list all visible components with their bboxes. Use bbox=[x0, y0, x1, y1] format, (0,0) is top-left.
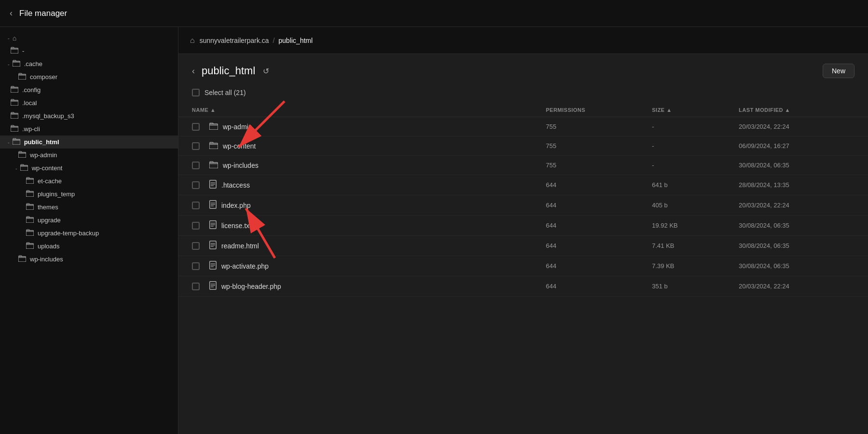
sidebar-item-home[interactable]: -⌂ bbox=[0, 32, 178, 44]
folder-icon-cache bbox=[13, 60, 20, 68]
sidebar-item-mysql[interactable]: .mysql_backup_s3 bbox=[0, 109, 178, 122]
table-header: NAME ▲PERMISSIONSSIZE ▲LAST MODIFIED ▲ bbox=[178, 103, 868, 117]
permissions-cell-1: 755 bbox=[546, 142, 652, 149]
file-name-cell-3: .htaccess bbox=[192, 180, 546, 190]
folder-icon-plugins_temp bbox=[26, 190, 34, 198]
table-row[interactable]: wp-blog-header.php644351 b20/03/2024, 22… bbox=[178, 276, 868, 297]
sidebar-item-upgrade[interactable]: upgrade bbox=[0, 214, 178, 227]
file-name-text-4: index.php bbox=[221, 202, 251, 209]
th-last_modified[interactable]: LAST MODIFIED ▲ bbox=[739, 107, 854, 113]
table-row[interactable]: index.php644405 b20/03/2024, 22:24 bbox=[178, 195, 868, 216]
file-name-cell-8: wp-blog-header.php bbox=[192, 281, 546, 291]
size-cell-4: 405 b bbox=[652, 202, 739, 209]
sidebar-item-home[interactable]: - bbox=[0, 44, 178, 57]
th-size[interactable]: SIZE ▲ bbox=[652, 107, 739, 113]
sidebar-item-cache[interactable]: -.cache bbox=[0, 57, 178, 70]
modified-cell-0: 20/03/2024, 22:24 bbox=[739, 123, 854, 130]
modified-cell-4: 20/03/2024, 22:24 bbox=[739, 202, 854, 209]
sidebar-label-config: .config bbox=[22, 86, 41, 94]
sidebar-item-wp-content[interactable]: -wp-content bbox=[0, 162, 178, 175]
folder-icon-config bbox=[11, 86, 18, 94]
sidebar-label-themes: themes bbox=[38, 203, 58, 211]
svg-rect-18 bbox=[209, 143, 218, 149]
sidebar-item-et-cache[interactable]: et-cache bbox=[0, 175, 178, 188]
sidebar-label-wpcli: .wp-cli bbox=[22, 125, 40, 133]
table-row[interactable]: .htaccess644641 b28/08/2024, 13:35 bbox=[178, 175, 868, 195]
table-row[interactable]: license.txt64419.92 KB30/08/2024, 06:35 bbox=[178, 216, 868, 236]
file-icon bbox=[209, 261, 217, 271]
breadcrumb-current[interactable]: public_html bbox=[279, 37, 313, 44]
modified-cell-2: 30/08/2024, 06:35 bbox=[739, 162, 854, 169]
file-name-text-6: readme.html bbox=[221, 242, 259, 250]
row-checkbox-0[interactable] bbox=[192, 123, 200, 131]
permissions-cell-3: 644 bbox=[546, 181, 652, 189]
row-checkbox-3[interactable] bbox=[192, 181, 200, 189]
table-row[interactable]: wp-includes755-30/08/2024, 06:35 bbox=[178, 156, 868, 175]
folder-icon bbox=[209, 161, 218, 170]
permissions-cell-2: 755 bbox=[546, 162, 652, 169]
file-name-cell-7: wp-activate.php bbox=[192, 261, 546, 271]
folder-icon bbox=[209, 141, 218, 150]
modified-cell-7: 30/08/2024, 06:35 bbox=[739, 262, 854, 270]
table-row[interactable]: readme.html6447.41 KB30/08/2024, 06:35 bbox=[178, 236, 868, 256]
sidebar-item-wp-includes[interactable]: wp-includes bbox=[0, 253, 178, 266]
sidebar-item-config[interactable]: .config bbox=[0, 83, 178, 96]
row-checkbox-5[interactable] bbox=[192, 222, 200, 230]
sidebar-label-wp-includes: wp-includes bbox=[30, 256, 63, 263]
table-row[interactable]: wp-activate.php6447.39 KB30/08/2024, 06:… bbox=[178, 256, 868, 276]
file-icon bbox=[209, 281, 217, 291]
size-cell-8: 351 b bbox=[652, 283, 739, 290]
new-button[interactable]: New bbox=[823, 64, 854, 78]
select-all-checkbox[interactable] bbox=[192, 89, 200, 96]
folder-icon-wpcli bbox=[11, 125, 18, 133]
select-all-label: Select all (21) bbox=[204, 89, 246, 96]
file-table: wp-admin755-20/03/2024, 22:24wp-content7… bbox=[178, 117, 868, 434]
row-checkbox-6[interactable] bbox=[192, 242, 200, 250]
row-checkbox-2[interactable] bbox=[192, 162, 200, 169]
row-checkbox-4[interactable] bbox=[192, 202, 200, 209]
sidebar-label-local: .local bbox=[22, 99, 37, 107]
sidebar-label-wp-content: wp-content bbox=[32, 164, 63, 172]
sidebar-item-themes[interactable]: themes bbox=[0, 201, 178, 214]
file-name-cell-1: wp-content bbox=[192, 141, 546, 150]
folder-icon-wp-admin bbox=[18, 151, 26, 159]
sidebar-label-et-cache: et-cache bbox=[38, 177, 62, 185]
refresh-icon[interactable]: ↺ bbox=[263, 67, 269, 76]
modified-cell-8: 20/03/2024, 22:24 bbox=[739, 283, 854, 290]
folder-icon-mysql bbox=[11, 112, 18, 120]
permissions-cell-5: 644 bbox=[546, 222, 652, 229]
sidebar-item-upgrade-temp[interactable]: upgrade-temp-backup bbox=[0, 227, 178, 240]
sidebar-label-wp-admin: wp-admin bbox=[30, 151, 57, 159]
breadcrumb-site[interactable]: sunnyvaletrailerpark.ca bbox=[200, 37, 269, 44]
folder-back-button[interactable]: ‹ bbox=[192, 66, 195, 76]
folder-icon-et-cache bbox=[26, 177, 34, 185]
size-cell-7: 7.39 KB bbox=[652, 262, 739, 270]
modified-cell-3: 28/08/2024, 13:35 bbox=[739, 181, 854, 189]
sidebar-label-home: - bbox=[22, 47, 24, 54]
home-icon: ⌂ bbox=[13, 34, 16, 42]
permissions-cell-8: 644 bbox=[546, 283, 652, 290]
top-bar: ‹ File manager bbox=[0, 0, 868, 27]
permissions-cell-6: 644 bbox=[546, 242, 652, 249]
top-bar-back-button[interactable]: ‹ bbox=[10, 8, 13, 18]
sidebar-item-composer[interactable]: composer bbox=[0, 70, 178, 83]
th-permissions[interactable]: PERMISSIONS bbox=[546, 107, 652, 113]
sidebar-item-wp-admin[interactable]: wp-admin bbox=[0, 149, 178, 162]
sidebar-label-plugins_temp: plugins_temp bbox=[38, 190, 75, 198]
sidebar-item-plugins_temp[interactable]: plugins_temp bbox=[0, 188, 178, 201]
row-checkbox-1[interactable] bbox=[192, 142, 200, 150]
th-name[interactable]: NAME ▲ bbox=[192, 107, 546, 113]
folder-icon-upgrade-temp bbox=[26, 229, 34, 237]
sidebar-item-wpcli[interactable]: .wp-cli bbox=[0, 122, 178, 136]
file-name-cell-6: readme.html bbox=[192, 241, 546, 251]
file-icon bbox=[209, 180, 217, 190]
row-checkbox-8[interactable] bbox=[192, 283, 200, 290]
sidebar-item-uploads[interactable]: uploads bbox=[0, 240, 178, 253]
sidebar-item-public_html[interactable]: -public_html bbox=[0, 136, 178, 149]
expand-icon-cache: - bbox=[8, 61, 10, 67]
table-row[interactable]: wp-admin755-20/03/2024, 22:24 bbox=[178, 117, 868, 136]
table-row[interactable]: wp-content755-06/09/2024, 16:27 bbox=[178, 136, 868, 156]
folder-icon-wp-includes bbox=[18, 255, 26, 263]
row-checkbox-7[interactable] bbox=[192, 262, 200, 270]
sidebar-item-local[interactable]: .local bbox=[0, 96, 178, 109]
